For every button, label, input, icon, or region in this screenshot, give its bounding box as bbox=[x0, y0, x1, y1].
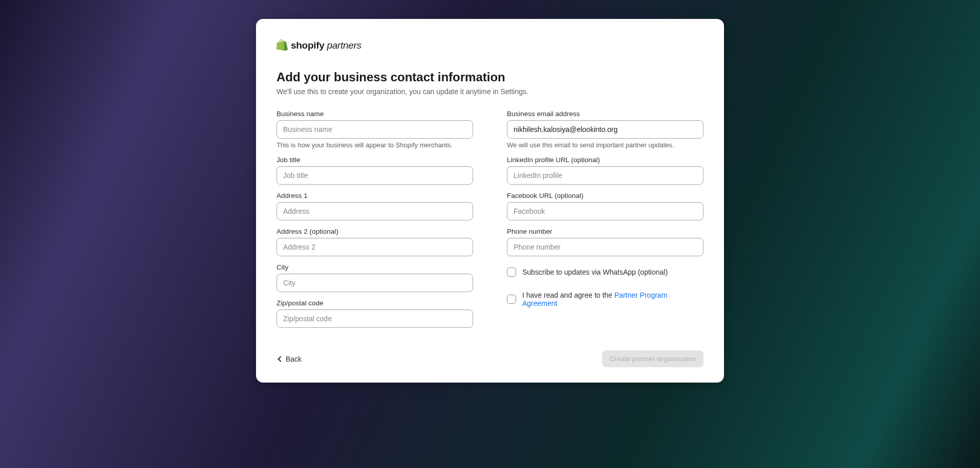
agreement-checkbox-label: I have read and agree to the Partner Pro… bbox=[522, 291, 704, 307]
whatsapp-checkbox-label: Subscribe to updates via WhatsApp (optio… bbox=[522, 268, 668, 276]
whatsapp-checkbox[interactable] bbox=[507, 268, 516, 277]
whatsapp-checkbox-row: Subscribe to updates via WhatsApp (optio… bbox=[507, 268, 704, 277]
back-button[interactable]: Back bbox=[276, 352, 304, 366]
email-help: We will use this email to send important… bbox=[507, 141, 704, 149]
back-button-label: Back bbox=[286, 355, 302, 363]
page-subtitle: We'll use this to create your organizati… bbox=[276, 87, 704, 96]
page-title: Add your business contact information bbox=[276, 70, 704, 84]
address1-label: Address 1 bbox=[276, 192, 473, 199]
job-title-label: Job title bbox=[276, 156, 473, 164]
zip-label: Zip/postal code bbox=[276, 299, 473, 307]
logo-text: shopify partners bbox=[291, 40, 361, 51]
chevron-left-icon bbox=[278, 356, 283, 362]
address2-label: Address 2 (optional) bbox=[276, 228, 473, 235]
business-name-help: This is how your business will appear to… bbox=[276, 141, 473, 149]
phone-label: Phone number bbox=[507, 228, 704, 235]
zip-field[interactable] bbox=[276, 309, 473, 328]
footer-row: Back Create partner organization bbox=[276, 350, 704, 367]
linkedin-label: LinkedIn profile URL (optional) bbox=[507, 156, 704, 164]
phone-field[interactable] bbox=[507, 238, 704, 256]
create-partner-organization-button[interactable]: Create partner organization bbox=[602, 350, 704, 367]
shopify-bag-icon bbox=[276, 39, 288, 52]
left-column: Business name This is how your business … bbox=[276, 110, 473, 335]
linkedin-field[interactable] bbox=[507, 166, 704, 185]
business-name-field[interactable] bbox=[276, 120, 473, 139]
shopify-partners-logo: shopify partners bbox=[276, 39, 704, 52]
right-column: Business email address We will use this … bbox=[507, 110, 704, 335]
email-field[interactable] bbox=[507, 120, 704, 139]
facebook-field[interactable] bbox=[507, 202, 704, 220]
agreement-checkbox-row: I have read and agree to the Partner Pro… bbox=[507, 291, 704, 307]
form-columns: Business name This is how your business … bbox=[276, 110, 704, 335]
agreement-checkbox[interactable] bbox=[507, 295, 516, 304]
job-title-field[interactable] bbox=[276, 166, 473, 185]
email-label: Business email address bbox=[507, 110, 704, 118]
facebook-label: Facebook URL (optional) bbox=[507, 192, 704, 199]
business-name-label: Business name bbox=[276, 110, 473, 118]
address1-field[interactable] bbox=[276, 202, 473, 220]
city-field[interactable] bbox=[276, 274, 473, 292]
city-label: City bbox=[276, 263, 473, 271]
signup-card: shopify partners Add your business conta… bbox=[256, 19, 724, 383]
address2-field[interactable] bbox=[276, 238, 473, 256]
